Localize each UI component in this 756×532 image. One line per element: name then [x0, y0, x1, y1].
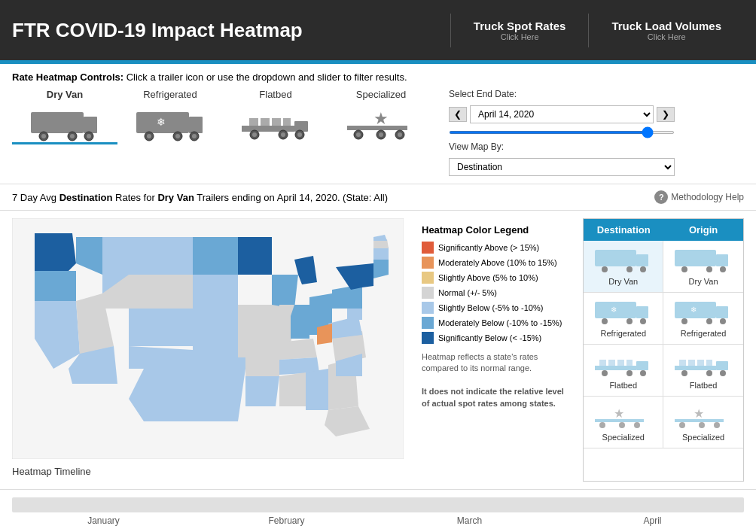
dry-van-icon	[27, 105, 102, 142]
controls-sublabel: Click a trailer icon or use the dropdown…	[127, 71, 407, 83]
svg-rect-22	[283, 118, 291, 126]
date-slider[interactable]	[449, 131, 675, 134]
svg-point-7	[87, 134, 91, 138]
legend-container: Heatmap Color Legend Significantly Above…	[416, 218, 571, 482]
svg-point-77	[706, 370, 712, 376]
state-tx	[129, 369, 245, 421]
svg-rect-71	[716, 361, 728, 370]
legend-item: Moderately Below (-10% to -15%)	[422, 317, 565, 329]
map-container: Heatmap Timeline	[12, 218, 404, 482]
svg-point-26	[281, 132, 285, 137]
specialized-label: Specialized	[356, 89, 407, 100]
svg-point-87	[699, 422, 705, 428]
flatbed-trailer[interactable]: Flatbed	[223, 89, 328, 142]
date-select[interactable]: April 14, 2020	[470, 105, 654, 123]
rp-orig-specialized[interactable]: ★ Specialized	[663, 397, 743, 448]
rp-orig-refrigerated[interactable]: ❄ Refrigerated	[663, 293, 743, 344]
state-ne	[193, 305, 245, 327]
state-in	[291, 305, 309, 339]
rp-dest-dry-van-icon	[593, 247, 654, 274]
state-mt	[129, 237, 193, 275]
info-view: Destination	[59, 192, 113, 203]
svg-point-12	[147, 134, 151, 138]
header: FTR COVID-19 Impact Heatmap Truck Spot R…	[0, 0, 756, 60]
legend-color-box	[422, 287, 434, 299]
timeline-month-mar: March	[378, 515, 561, 526]
legend-color-box	[422, 332, 434, 344]
truck-spot-rates-sub: Click Here	[474, 32, 566, 41]
svg-rect-45	[716, 254, 728, 266]
svg-point-14	[175, 134, 180, 138]
state-or2	[35, 271, 76, 301]
legend-color-box	[422, 242, 434, 254]
svg-point-52	[602, 318, 608, 324]
timeline-month-feb: February	[195, 515, 378, 526]
legend-item: Slightly Above (5% to 10%)	[422, 272, 565, 284]
svg-rect-61	[595, 366, 636, 370]
controls-label: Rate Heatmap Controls: Click a trailer i…	[12, 71, 744, 83]
rp-dest-specialized[interactable]: ★ Specialized	[584, 397, 663, 448]
methodology-help[interactable]: ? Methodology Help	[654, 190, 744, 204]
date-next-button[interactable]: ❯	[657, 107, 675, 122]
legend-color-box	[422, 272, 434, 284]
truck-spot-rates-nav[interactable]: Truck Spot Rates Click Here	[450, 14, 589, 47]
svg-rect-72	[679, 360, 686, 366]
legend-item-label: Significantly Below (< -15%)	[438, 333, 541, 342]
flatbed-label: Flatbed	[259, 89, 291, 100]
view-map-select[interactable]: Destination Origin	[449, 158, 675, 176]
help-icon: ?	[654, 190, 668, 204]
svg-rect-74	[697, 360, 704, 366]
rp-orig-dry-van-icon	[673, 247, 733, 274]
rp-dest-specialized-icon: ★	[593, 403, 654, 430]
rp-orig-flatbed-label: Flatbed	[690, 381, 718, 390]
truck-load-volumes-nav[interactable]: Truck Load Volumes Click Here	[588, 14, 744, 47]
rp-orig-dry-van[interactable]: Dry Van	[663, 241, 743, 292]
svg-point-83	[634, 422, 640, 428]
svg-point-28	[297, 132, 302, 137]
rp-dest-flatbed-label: Flatbed	[609, 381, 637, 390]
svg-text:★: ★	[373, 109, 389, 128]
legend-item-label: Normal (+/- 5%)	[438, 288, 497, 297]
svg-point-58	[681, 318, 687, 324]
svg-point-41	[602, 266, 608, 272]
svg-rect-75	[706, 360, 712, 366]
legend-item: Significantly Below (< -15%)	[422, 332, 565, 344]
timeline-section: January February March April	[0, 489, 756, 532]
svg-text:❄: ❄	[611, 306, 617, 314]
legend-note-bold: It does not indicate the relative level …	[422, 387, 564, 407]
timeline-bar[interactable]	[12, 497, 744, 512]
filter-controls: Select End Date: ❮ April 14, 2020 ❯ View…	[449, 89, 675, 176]
state-ma	[373, 247, 389, 260]
info-trailer: Dry Van	[157, 192, 194, 203]
svg-point-88	[714, 422, 720, 428]
svg-rect-21	[272, 118, 281, 126]
svg-rect-73	[688, 360, 695, 366]
svg-point-60	[720, 318, 726, 324]
rp-specialized-row: ★ Specialized ★ Specialized	[584, 397, 743, 448]
timeline-month-jan: January	[12, 515, 195, 526]
refrigerated-trailer[interactable]: Refrigerated ❄	[117, 89, 223, 142]
rp-flatbed-row: Flatbed Flatbed	[584, 345, 743, 397]
rp-dest-flatbed[interactable]: Flatbed	[584, 345, 663, 396]
svg-rect-63	[599, 360, 606, 366]
rp-dry-van-row: Dry Van Dry Van	[584, 241, 743, 293]
svg-point-16	[192, 134, 197, 138]
specialized-trailer[interactable]: Specialized ★	[328, 89, 434, 142]
svg-rect-66	[626, 360, 633, 366]
rp-dest-refrigerated[interactable]: ❄ Refrigerated	[584, 293, 663, 344]
svg-rect-64	[608, 360, 615, 366]
state-sd	[193, 275, 238, 305]
rp-origin-header: Origin	[663, 219, 743, 241]
rp-dest-dry-van[interactable]: Dry Van	[584, 241, 663, 292]
rp-dest-dry-van-label: Dry Van	[608, 277, 638, 286]
state-co	[129, 309, 193, 346]
dry-van-trailer[interactable]: Dry Van	[12, 89, 117, 144]
legend-color-box	[422, 302, 434, 314]
svg-point-53	[626, 318, 633, 324]
state-ky	[279, 339, 317, 360]
info-text: 7 Day Avg Destination Rates for Dry Van …	[12, 192, 388, 203]
rp-dest-flatbed-icon	[593, 351, 654, 378]
state-ks	[193, 327, 245, 350]
date-prev-button[interactable]: ❮	[449, 107, 467, 122]
rp-orig-flatbed[interactable]: Flatbed	[663, 345, 743, 396]
